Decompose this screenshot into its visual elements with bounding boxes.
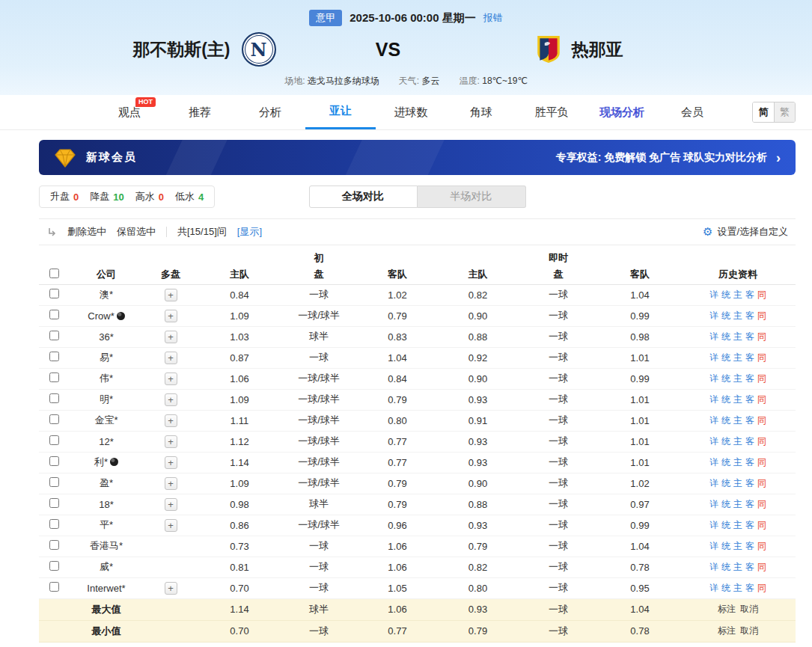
history-link-same[interactable]: 同 <box>757 478 766 488</box>
company-name[interactable]: 平* <box>100 519 113 530</box>
history-link-away[interactable]: 客 <box>745 373 754 384</box>
history-link-same[interactable]: 同 <box>757 289 766 300</box>
tab-1x2[interactable]: 胜平负 <box>516 95 587 129</box>
history-link-home[interactable]: 主 <box>733 562 742 572</box>
tab-viewpoint[interactable]: 观点 HOT <box>94 95 165 129</box>
history-link-away[interactable]: 客 <box>745 541 754 551</box>
company-name[interactable]: 盈* <box>100 477 113 488</box>
history-link-same[interactable]: 同 <box>757 352 766 363</box>
row-checkbox[interactable] <box>49 435 59 445</box>
select-all-checkbox[interactable] <box>49 269 59 278</box>
row-checkbox[interactable] <box>49 519 59 529</box>
row-checkbox[interactable] <box>49 540 59 550</box>
history-link-home[interactable]: 主 <box>733 436 742 447</box>
row-checkbox[interactable] <box>49 477 59 487</box>
expand-odds-button[interactable]: + <box>165 414 177 427</box>
history-link-detail[interactable]: 详 <box>709 562 718 572</box>
half-match-tab[interactable]: 半场对比 <box>418 185 526 208</box>
history-link-same[interactable]: 同 <box>757 436 766 447</box>
expand-odds-button[interactable]: + <box>165 582 177 595</box>
company-name[interactable]: 易* <box>100 352 113 363</box>
delete-selected-button[interactable]: 删除选中 <box>67 225 106 239</box>
row-checkbox[interactable] <box>49 372 59 382</box>
history-link-stats[interactable]: 统 <box>721 331 730 342</box>
history-link-detail[interactable]: 详 <box>709 373 718 384</box>
history-link-home[interactable]: 主 <box>733 541 742 551</box>
history-link-stats[interactable]: 统 <box>721 394 730 405</box>
history-link-detail[interactable]: 详 <box>709 436 718 447</box>
history-link-away[interactable]: 客 <box>745 331 754 342</box>
history-link-detail[interactable]: 详 <box>709 478 718 488</box>
company-name[interactable]: 金宝* <box>94 414 117 426</box>
settings-button[interactable]: ⚙ 设置/选择自定义 <box>703 225 788 239</box>
history-link-away[interactable]: 客 <box>745 394 754 405</box>
row-checkbox[interactable] <box>49 456 59 466</box>
tab-live-analysis[interactable]: 现场分析 <box>587 95 657 129</box>
history-link-stats[interactable]: 统 <box>721 562 730 572</box>
company-name[interactable]: 香港马* <box>90 540 123 551</box>
history-link-same[interactable]: 同 <box>757 457 766 467</box>
company-name[interactable]: 36* <box>99 331 114 343</box>
history-link-stats[interactable]: 统 <box>721 289 730 300</box>
expand-odds-button[interactable]: + <box>165 310 177 322</box>
history-link-home[interactable]: 主 <box>733 310 742 321</box>
company-name[interactable]: 威* <box>100 561 113 572</box>
history-link-stats[interactable]: 统 <box>721 478 730 488</box>
lang-traditional-button[interactable]: 繁 <box>774 102 795 122</box>
history-link-away[interactable]: 客 <box>745 436 754 447</box>
report-error-link[interactable]: 报错 <box>483 11 503 25</box>
expand-odds-button[interactable]: + <box>165 372 177 385</box>
history-link-detail[interactable]: 详 <box>709 499 718 509</box>
history-link-same[interactable]: 同 <box>757 583 766 593</box>
company-name[interactable]: 澳* <box>100 289 113 300</box>
history-link-home[interactable]: 主 <box>733 289 742 300</box>
history-link-detail[interactable]: 详 <box>709 415 718 426</box>
history-link-detail[interactable]: 详 <box>709 520 718 530</box>
history-link-stats[interactable]: 统 <box>721 583 730 593</box>
history-link-stats[interactable]: 统 <box>721 541 730 551</box>
history-link-home[interactable]: 主 <box>733 394 742 405</box>
expand-odds-button[interactable]: + <box>165 393 177 406</box>
vip-member-banner[interactable]: 新球会员 专享权益: 免费解锁 免广告 球队实力对比分析 › <box>39 140 796 175</box>
history-link-same[interactable]: 同 <box>757 499 766 509</box>
history-link-away[interactable]: 客 <box>745 352 754 363</box>
history-link-away[interactable]: 客 <box>745 415 754 426</box>
company-name[interactable]: 明* <box>100 393 113 405</box>
history-link-home[interactable]: 主 <box>733 583 742 593</box>
row-checkbox[interactable] <box>49 414 59 424</box>
history-link-detail[interactable]: 详 <box>709 310 718 321</box>
history-link-detail[interactable]: 详 <box>709 331 718 342</box>
mark-link[interactable]: 标注 <box>718 625 736 636</box>
history-link-stats[interactable]: 统 <box>721 373 730 384</box>
history-link-stats[interactable]: 统 <box>721 457 730 467</box>
cancel-link[interactable]: 取消 <box>740 604 758 614</box>
history-link-same[interactable]: 同 <box>757 520 766 530</box>
history-link-away[interactable]: 客 <box>745 310 754 321</box>
tab-asian-handicap[interactable]: 亚让 <box>305 95 376 129</box>
tab-recommend[interactable]: 推荐 <box>165 95 235 129</box>
history-link-same[interactable]: 同 <box>757 373 766 384</box>
keep-selected-button[interactable]: 保留选中 <box>117 225 156 239</box>
history-link-stats[interactable]: 统 <box>721 310 730 321</box>
company-name[interactable]: Interwet* <box>87 583 125 594</box>
history-link-detail[interactable]: 详 <box>709 394 718 405</box>
history-link-stats[interactable]: 统 <box>721 520 730 530</box>
history-link-home[interactable]: 主 <box>733 499 742 509</box>
history-link-stats[interactable]: 统 <box>721 352 730 363</box>
history-link-detail[interactable]: 详 <box>709 457 718 467</box>
history-link-home[interactable]: 主 <box>733 520 742 530</box>
expand-odds-button[interactable]: + <box>165 477 177 490</box>
history-link-home[interactable]: 主 <box>733 331 742 342</box>
history-link-away[interactable]: 客 <box>745 478 754 488</box>
expand-odds-button[interactable]: + <box>165 331 177 343</box>
company-name[interactable]: 利* <box>94 456 108 467</box>
history-link-detail[interactable]: 详 <box>709 541 718 551</box>
row-checkbox[interactable] <box>49 352 59 361</box>
history-link-same[interactable]: 同 <box>757 394 766 405</box>
history-link-stats[interactable]: 统 <box>721 436 730 447</box>
history-link-same[interactable]: 同 <box>757 415 766 426</box>
row-checkbox[interactable] <box>49 561 59 571</box>
mark-link[interactable]: 标注 <box>718 604 736 614</box>
history-link-same[interactable]: 同 <box>757 541 766 551</box>
tab-member[interactable]: 会员 <box>657 95 727 129</box>
